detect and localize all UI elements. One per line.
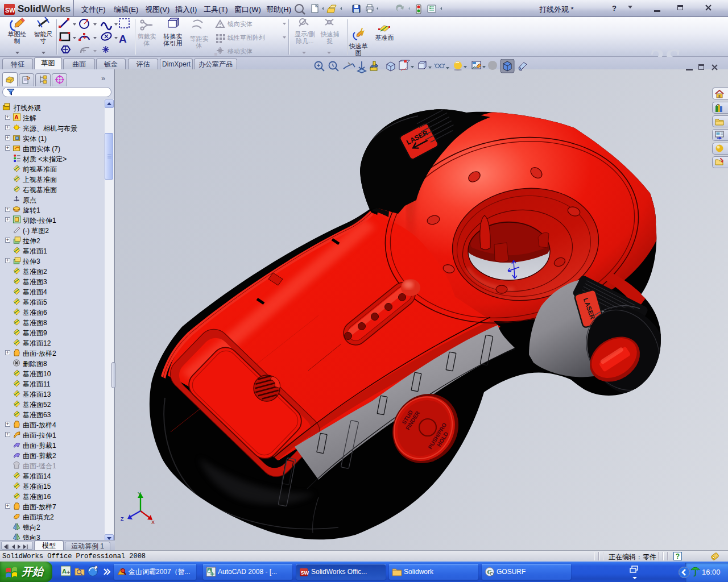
- svg-text:X: X: [151, 519, 155, 525]
- svg-text:A: A: [62, 568, 67, 575]
- svg-text:A: A: [14, 114, 19, 120]
- svg-text:Y: Y: [138, 491, 141, 497]
- svg-text:SW: SW: [5, 7, 15, 14]
- svg-text:Z: Z: [121, 516, 124, 522]
- svg-text:A: A: [208, 568, 211, 573]
- svg-text:A: A: [119, 33, 127, 45]
- svg-text:SW: SW: [301, 570, 309, 576]
